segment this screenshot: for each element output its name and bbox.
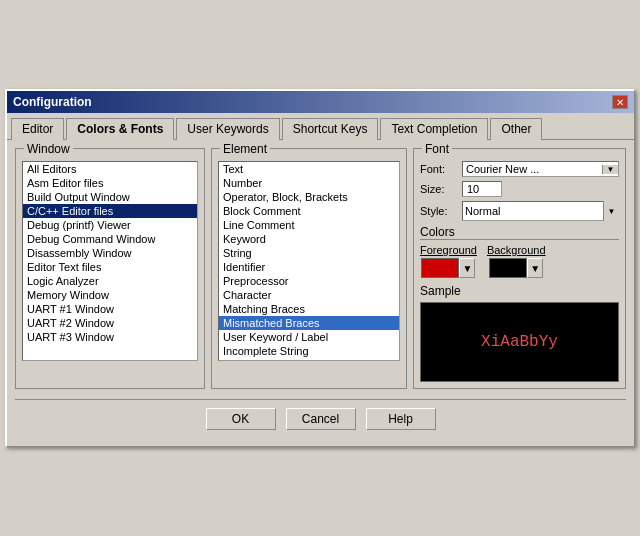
window-list[interactable]: All Editors Asm Editor files Build Outpu… <box>22 161 198 361</box>
tab-shortcut-keys[interactable]: Shortcut Keys <box>282 118 379 140</box>
list-item[interactable]: Identifier <box>219 260 399 274</box>
foreground-row: ▼ <box>421 258 475 278</box>
list-item[interactable]: Preprocessor <box>219 274 399 288</box>
list-item[interactable]: All Editors <box>23 162 197 176</box>
sample-section: Sample XiAaBbYy <box>420 284 619 382</box>
list-item[interactable]: Incomplete String <box>219 344 399 358</box>
list-item-selected[interactable]: C/C++ Editor files <box>23 204 197 218</box>
tab-other[interactable]: Other <box>490 118 542 140</box>
close-button[interactable]: ✕ <box>612 95 628 109</box>
style-select-wrapper: Normal Bold Italic Bold Italic ▼ <box>462 201 619 221</box>
panels-row: Window All Editors Asm Editor files Buil… <box>15 148 626 389</box>
background-row: ▼ <box>489 258 543 278</box>
style-row: Style: Normal Bold Italic Bold Italic ▼ <box>420 201 619 221</box>
font-group-label: Font <box>422 142 452 156</box>
list-item[interactable]: Text <box>219 162 399 176</box>
element-list[interactable]: Text Number Operator, Block, Brackets Bl… <box>218 161 400 361</box>
element-group: Element Text Number Operator, Block, Bra… <box>211 148 407 389</box>
background-swatch[interactable] <box>489 258 527 278</box>
font-row: Font: Courier New ... ▼ <box>420 161 619 177</box>
list-item-selected[interactable]: Mismatched Braces <box>219 316 399 330</box>
foreground-col: Foreground ▼ <box>420 244 477 278</box>
list-item[interactable]: Debug Command Window <box>23 232 197 246</box>
colors-row: Foreground ▼ Background ▼ <box>420 244 619 278</box>
foreground-label: Foreground <box>420 244 477 256</box>
window-title: Configuration <box>13 95 92 109</box>
content-area: Window All Editors Asm Editor files Buil… <box>7 140 634 446</box>
font-value: Courier New ... <box>463 162 602 176</box>
tab-text-completion[interactable]: Text Completion <box>380 118 488 140</box>
list-item[interactable]: Inactive Text <box>219 358 399 361</box>
element-group-label: Element <box>220 142 270 156</box>
size-label: Size: <box>420 183 462 195</box>
list-item[interactable]: Build Output Window <box>23 190 197 204</box>
bottom-bar: OK Cancel Help <box>15 399 626 438</box>
list-item[interactable]: User Keyword / Label <box>219 330 399 344</box>
list-item[interactable]: UART #1 Window <box>23 302 197 316</box>
sample-box: XiAaBbYy <box>420 302 619 382</box>
foreground-swatch[interactable] <box>421 258 459 278</box>
colors-section-label: Colors <box>420 225 619 240</box>
list-item[interactable]: Asm Editor files <box>23 176 197 190</box>
background-btn[interactable]: ▼ <box>527 258 543 278</box>
cancel-button[interactable]: Cancel <box>286 408 356 430</box>
list-item[interactable]: Character <box>219 288 399 302</box>
list-item[interactable]: Matching Braces <box>219 302 399 316</box>
tab-colors-fonts[interactable]: Colors & Fonts <box>66 118 174 140</box>
ok-button[interactable]: OK <box>206 408 276 430</box>
tab-user-keywords[interactable]: User Keywords <box>176 118 279 140</box>
list-item[interactable]: Line Comment <box>219 218 399 232</box>
background-col: Background ▼ <box>487 244 546 278</box>
list-item[interactable]: Logic Analyzer <box>23 274 197 288</box>
list-item[interactable]: UART #3 Window <box>23 330 197 344</box>
foreground-btn[interactable]: ▼ <box>459 258 475 278</box>
size-row: Size: 10 <box>420 181 619 197</box>
font-field[interactable]: Courier New ... ▼ <box>462 161 619 177</box>
list-item[interactable]: Memory Window <box>23 288 197 302</box>
background-label: Background <box>487 244 546 256</box>
font-label: Font: <box>420 163 462 175</box>
font-group: Font Font: Courier New ... ▼ Size: 10 S <box>413 148 626 389</box>
list-item[interactable]: Disassembly Window <box>23 246 197 260</box>
list-item[interactable]: UART #2 Window <box>23 316 197 330</box>
help-button[interactable]: Help <box>366 408 436 430</box>
list-item[interactable]: Editor Text files <box>23 260 197 274</box>
sample-label: Sample <box>420 284 619 298</box>
tabs-bar: Editor Colors & Fonts User Keywords Shor… <box>7 113 634 140</box>
title-bar: Configuration ✕ <box>7 91 634 113</box>
configuration-window: Configuration ✕ Editor Colors & Fonts Us… <box>5 89 635 447</box>
tab-editor[interactable]: Editor <box>11 118 64 140</box>
list-item[interactable]: Block Comment <box>219 204 399 218</box>
size-value[interactable]: 10 <box>462 181 502 197</box>
list-item[interactable]: String <box>219 246 399 260</box>
sample-text: XiAaBbYy <box>481 333 558 351</box>
style-label: Style: <box>420 205 462 217</box>
font-dropdown-btn[interactable]: ▼ <box>602 165 618 174</box>
style-select[interactable]: Normal Bold Italic Bold Italic <box>462 201 619 221</box>
list-item[interactable]: Operator, Block, Brackets <box>219 190 399 204</box>
window-group-label: Window <box>24 142 73 156</box>
list-item[interactable]: Number <box>219 176 399 190</box>
list-item[interactable]: Keyword <box>219 232 399 246</box>
window-group: Window All Editors Asm Editor files Buil… <box>15 148 205 389</box>
list-item[interactable]: Debug (printf) Viewer <box>23 218 197 232</box>
